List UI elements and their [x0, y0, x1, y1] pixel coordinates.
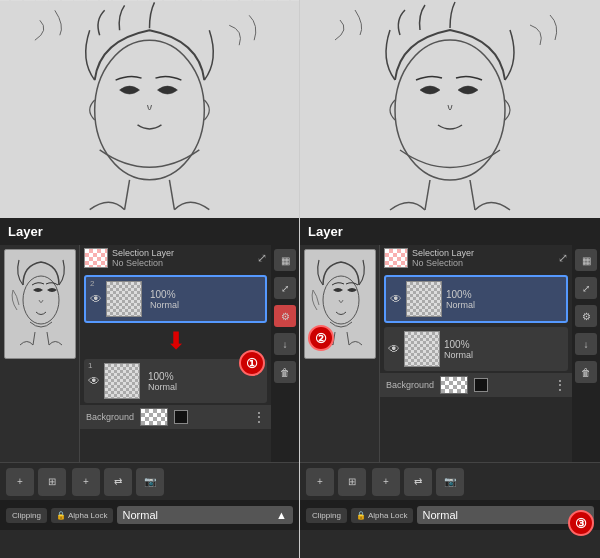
arrow-container-left: ⬇ — [80, 327, 271, 355]
arrow-down-icon-left[interactable]: ↓ — [274, 333, 296, 355]
layer-num-2: 2 — [90, 279, 94, 288]
bg-black-left — [174, 410, 188, 424]
selection-thumb-right — [384, 248, 408, 268]
layer-title-right: Layer — [308, 224, 343, 239]
left-panel: Layer — [0, 0, 300, 558]
selection-label-right: Selection Layer — [412, 248, 554, 258]
move-icon-left[interactable]: ⤢ — [257, 251, 267, 265]
bottom-toolbar-left: + ⊞ + ⇄ 📷 — [0, 462, 299, 500]
eye-icon-2-left[interactable]: 👁 — [90, 292, 102, 306]
add2-btn-left[interactable]: + — [72, 468, 100, 496]
layer-top-info-right: 100% Normal — [446, 289, 562, 310]
layer-title-left: Layer — [8, 224, 43, 239]
layer-panel-left: Layer — [0, 218, 299, 558]
layer-thumbnails-left — [0, 245, 80, 489]
bg-checker-left — [140, 408, 168, 426]
background-row-right: Background ⋮ — [380, 373, 572, 397]
layer-row-2-left[interactable]: 2 👁 100% Normal — [84, 275, 267, 323]
layer-1-thumb-left — [104, 363, 140, 399]
eye-icon-top-right[interactable]: 👁 — [390, 292, 402, 306]
layer-num-1: 1 — [88, 361, 92, 370]
mode-bar-left: Clipping 🔒 Alpha Lock Normal ▲ — [0, 500, 299, 530]
layer-thumbnails-right — [300, 245, 380, 489]
no-selection-label-left: No Selection — [112, 258, 253, 268]
main-thumbnail-left — [4, 249, 76, 359]
red-arrow-left: ⬇ — [166, 327, 186, 355]
right-panel: Layer — [300, 0, 600, 558]
no-selection-label-right: No Selection — [412, 258, 554, 268]
layer-panel-header-right: Layer — [300, 218, 600, 245]
layer-2-info-left: 100% Normal — [150, 289, 261, 310]
bg-more-right[interactable]: ⋮ — [554, 378, 566, 392]
badge-2: ② — [308, 325, 334, 351]
background-row-left: Background ⋮ — [80, 405, 271, 429]
layer-bottom-info-right: 100% Normal — [444, 339, 564, 360]
bg-black-right — [474, 378, 488, 392]
right-icons-right: ▦ ⤢ ⚙ ↓ 🗑 — [572, 245, 600, 489]
layer-top-thumb-right — [406, 281, 442, 317]
bottom-toolbar-right: + ⊞ + ⇄ 📷 — [300, 462, 600, 500]
layer-2-thumb-left — [106, 281, 142, 317]
sketch-area-right — [300, 0, 600, 220]
trash-icon-right[interactable]: 🗑 — [575, 361, 597, 383]
badge-1: ① — [239, 350, 265, 376]
alpha-lock-btn-right[interactable]: 🔒 Alpha Lock — [351, 508, 413, 523]
svg-rect-2 — [5, 250, 76, 359]
swap-btn-right[interactable]: ⇄ — [404, 468, 432, 496]
selection-thumb-left — [84, 248, 108, 268]
eye-icon-bottom-right[interactable]: 👁 — [388, 342, 400, 356]
clipping-btn-right[interactable]: Clipping — [306, 508, 347, 523]
add2-btn-right[interactable]: + — [372, 468, 400, 496]
checker-icon-left[interactable]: ▦ — [274, 249, 296, 271]
merge-btn-left[interactable]: ⊞ — [38, 468, 66, 496]
camera-btn-right[interactable]: 📷 — [436, 468, 464, 496]
alpha-lock-btn-left[interactable]: 🔒 Alpha Lock — [51, 508, 113, 523]
selection-layer-row-left: Selection Layer No Selection ⤢ — [80, 245, 271, 271]
bg-more-left[interactable]: ⋮ — [253, 410, 265, 424]
right-icons-left: ▦ ⤢ ⚙ ↓ 🗑 — [271, 245, 299, 489]
layer-row-bottom-right[interactable]: 👁 100% Normal — [384, 327, 568, 371]
arrow-down-icon-right[interactable]: ↓ — [575, 333, 597, 355]
layer-panel-right: Layer — [300, 218, 600, 558]
layer-bottom-thumb-right — [404, 331, 440, 367]
layer-list-right: Selection Layer No Selection ⤢ 👁 100% No… — [380, 245, 572, 489]
camera-btn-left[interactable]: 📷 — [136, 468, 164, 496]
clipping-btn-left[interactable]: Clipping — [6, 508, 47, 523]
layer-row-top-right[interactable]: 👁 100% Normal — [384, 275, 568, 323]
checker-icon-right[interactable]: ▦ — [575, 249, 597, 271]
swap-btn-left[interactable]: ⇄ — [104, 468, 132, 496]
blend-mode-dropdown-left[interactable]: Normal ▲ — [117, 506, 294, 524]
merge-btn-right[interactable]: ⊞ — [338, 468, 366, 496]
bg-label-left: Background — [86, 412, 134, 422]
add-layer-btn-right[interactable]: + — [306, 468, 334, 496]
move-icon-right[interactable]: ⤢ — [558, 251, 568, 265]
move2-icon-right[interactable]: ⤢ — [575, 277, 597, 299]
selection-layer-row-right: Selection Layer No Selection ⤢ — [380, 245, 572, 271]
move2-icon-left[interactable]: ⤢ — [274, 277, 296, 299]
bg-checker-right — [440, 376, 468, 394]
bg-label-right: Background — [386, 380, 434, 390]
selection-label-left: Selection Layer — [112, 248, 253, 258]
mode-bar-right: Clipping 🔒 Alpha Lock Normal ▲ — [300, 500, 600, 530]
eye-icon-1-left[interactable]: 👁 — [88, 374, 100, 388]
add-layer-btn-left[interactable]: + — [6, 468, 34, 496]
layer-panel-header-left: Layer — [0, 218, 299, 245]
badge-3: ③ — [568, 510, 594, 536]
settings-icon-left[interactable]: ⚙ — [274, 305, 296, 327]
settings-icon-right[interactable]: ⚙ — [575, 305, 597, 327]
sketch-area-left — [0, 0, 299, 220]
trash-icon-left[interactable]: 🗑 — [274, 361, 296, 383]
